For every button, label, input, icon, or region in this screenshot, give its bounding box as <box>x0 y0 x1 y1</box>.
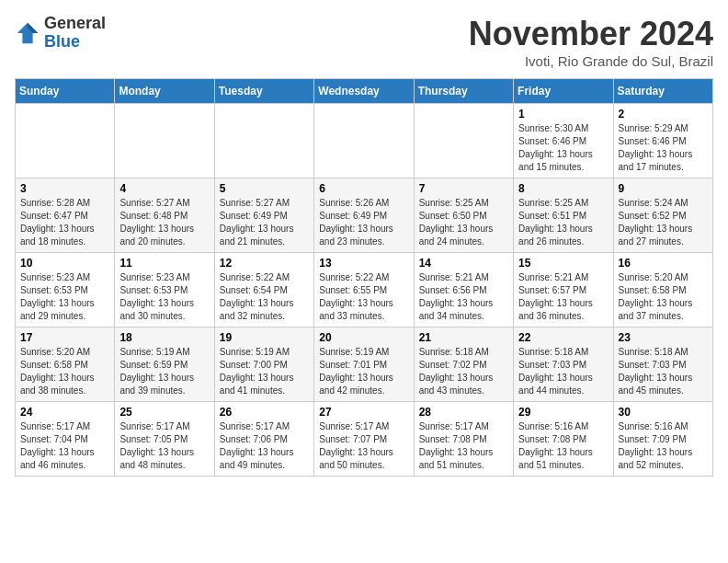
day-cell-1 <box>115 104 214 178</box>
day-cell-7: 3Sunrise: 5:28 AM Sunset: 6:47 PM Daylig… <box>16 178 115 253</box>
day-cell-27: 23Sunrise: 5:18 AM Sunset: 7:03 PM Dayli… <box>613 327 712 402</box>
day-info: Sunrise: 5:18 AM Sunset: 7:03 PM Dayligh… <box>518 346 608 397</box>
day-info: Sunrise: 5:26 AM Sunset: 6:49 PM Dayligh… <box>319 197 408 248</box>
day-number: 26 <box>220 406 309 419</box>
day-info: Sunrise: 5:21 AM Sunset: 6:57 PM Dayligh… <box>518 271 608 323</box>
day-info: Sunrise: 5:19 AM Sunset: 7:01 PM Dayligh… <box>319 346 408 397</box>
calendar-body: 1Sunrise: 5:30 AM Sunset: 6:46 PM Daylig… <box>16 104 713 477</box>
day-number: 23 <box>619 331 708 344</box>
day-info: Sunrise: 5:16 AM Sunset: 7:09 PM Dayligh… <box>619 420 708 472</box>
day-cell-32: 28Sunrise: 5:17 AM Sunset: 7:08 PM Dayli… <box>414 402 513 477</box>
day-number: 27 <box>319 406 408 419</box>
day-info: Sunrise: 5:17 AM Sunset: 7:08 PM Dayligh… <box>419 420 508 472</box>
day-info: Sunrise: 5:27 AM Sunset: 6:49 PM Dayligh… <box>220 197 309 248</box>
day-number: 22 <box>518 331 608 344</box>
day-cell-18: 14Sunrise: 5:21 AM Sunset: 6:56 PM Dayli… <box>414 253 513 327</box>
weekday-tuesday: Tuesday <box>214 79 313 104</box>
day-cell-25: 21Sunrise: 5:18 AM Sunset: 7:02 PM Dayli… <box>414 327 513 402</box>
day-info: Sunrise: 5:17 AM Sunset: 7:06 PM Dayligh… <box>220 420 309 472</box>
day-cell-33: 29Sunrise: 5:16 AM Sunset: 7:08 PM Dayli… <box>514 402 613 477</box>
day-cell-8: 4Sunrise: 5:27 AM Sunset: 6:48 PM Daylig… <box>115 178 214 253</box>
day-cell-22: 18Sunrise: 5:19 AM Sunset: 6:59 PM Dayli… <box>115 327 214 402</box>
day-info: Sunrise: 5:23 AM Sunset: 6:53 PM Dayligh… <box>20 271 109 323</box>
day-number: 10 <box>20 257 109 270</box>
day-info: Sunrise: 5:20 AM Sunset: 6:58 PM Dayligh… <box>619 271 708 323</box>
day-cell-9: 5Sunrise: 5:27 AM Sunset: 6:49 PM Daylig… <box>214 178 313 253</box>
week-row-2: 3Sunrise: 5:28 AM Sunset: 6:47 PM Daylig… <box>16 178 713 253</box>
day-number: 6 <box>319 182 408 195</box>
day-number: 7 <box>419 182 508 195</box>
day-number: 14 <box>419 257 508 270</box>
day-cell-19: 15Sunrise: 5:21 AM Sunset: 6:57 PM Dayli… <box>514 253 613 327</box>
day-number: 8 <box>518 182 608 195</box>
weekday-saturday: Saturday <box>613 79 712 104</box>
day-info: Sunrise: 5:24 AM Sunset: 6:52 PM Dayligh… <box>619 197 708 248</box>
day-cell-30: 26Sunrise: 5:17 AM Sunset: 7:06 PM Dayli… <box>214 402 313 477</box>
day-number: 18 <box>119 331 209 344</box>
day-cell-6: 2Sunrise: 5:29 AM Sunset: 6:46 PM Daylig… <box>613 104 712 178</box>
week-row-3: 10Sunrise: 5:23 AM Sunset: 6:53 PM Dayli… <box>16 253 713 327</box>
day-info: Sunrise: 5:17 AM Sunset: 7:04 PM Dayligh… <box>20 420 109 472</box>
title-section: November 2024 Ivoti, Rio Grande do Sul, … <box>469 15 713 69</box>
day-number: 25 <box>119 406 209 419</box>
day-info: Sunrise: 5:17 AM Sunset: 7:05 PM Dayligh… <box>119 420 209 472</box>
day-number: 24 <box>20 406 109 419</box>
day-cell-26: 22Sunrise: 5:18 AM Sunset: 7:03 PM Dayli… <box>514 327 613 402</box>
day-cell-28: 24Sunrise: 5:17 AM Sunset: 7:04 PM Dayli… <box>16 402 115 477</box>
day-cell-5: 1Sunrise: 5:30 AM Sunset: 6:46 PM Daylig… <box>514 104 613 178</box>
day-info: Sunrise: 5:22 AM Sunset: 6:54 PM Dayligh… <box>220 271 309 323</box>
weekday-header-row: SundayMondayTuesdayWednesdayThursdayFrid… <box>16 79 713 104</box>
day-cell-29: 25Sunrise: 5:17 AM Sunset: 7:05 PM Dayli… <box>115 402 214 477</box>
day-number: 29 <box>518 406 608 419</box>
day-number: 9 <box>619 182 708 195</box>
day-cell-21: 17Sunrise: 5:20 AM Sunset: 6:58 PM Dayli… <box>16 327 115 402</box>
month-title: November 2024 <box>469 15 713 53</box>
day-number: 5 <box>220 182 309 195</box>
weekday-sunday: Sunday <box>16 79 115 104</box>
logo-blue: Blue <box>44 32 80 51</box>
day-info: Sunrise: 5:19 AM Sunset: 7:00 PM Dayligh… <box>220 346 309 397</box>
day-cell-2 <box>214 104 313 178</box>
day-number: 19 <box>220 331 309 344</box>
calendar-table: SundayMondayTuesdayWednesdayThursdayFrid… <box>15 78 713 477</box>
day-info: Sunrise: 5:23 AM Sunset: 6:53 PM Dayligh… <box>119 271 209 323</box>
weekday-thursday: Thursday <box>414 79 513 104</box>
day-info: Sunrise: 5:29 AM Sunset: 6:46 PM Dayligh… <box>619 122 708 174</box>
day-number: 4 <box>119 182 209 195</box>
day-info: Sunrise: 5:30 AM Sunset: 6:46 PM Dayligh… <box>518 122 608 174</box>
day-info: Sunrise: 5:17 AM Sunset: 7:07 PM Dayligh… <box>319 420 408 472</box>
weekday-wednesday: Wednesday <box>314 79 414 104</box>
day-cell-24: 20Sunrise: 5:19 AM Sunset: 7:01 PM Dayli… <box>314 327 414 402</box>
day-info: Sunrise: 5:25 AM Sunset: 6:50 PM Dayligh… <box>419 197 508 248</box>
weekday-monday: Monday <box>115 79 214 104</box>
day-info: Sunrise: 5:18 AM Sunset: 7:03 PM Dayligh… <box>619 346 708 397</box>
day-info: Sunrise: 5:19 AM Sunset: 6:59 PM Dayligh… <box>119 346 209 397</box>
location: Ivoti, Rio Grande do Sul, Brazil <box>469 53 713 69</box>
day-number: 20 <box>319 331 408 344</box>
day-cell-13: 9Sunrise: 5:24 AM Sunset: 6:52 PM Daylig… <box>613 178 712 253</box>
day-info: Sunrise: 5:22 AM Sunset: 6:55 PM Dayligh… <box>319 271 408 323</box>
day-cell-14: 10Sunrise: 5:23 AM Sunset: 6:53 PM Dayli… <box>16 253 115 327</box>
day-info: Sunrise: 5:18 AM Sunset: 7:02 PM Dayligh… <box>419 346 508 397</box>
day-number: 28 <box>419 406 508 419</box>
day-cell-3 <box>314 104 414 178</box>
day-info: Sunrise: 5:20 AM Sunset: 6:58 PM Dayligh… <box>20 346 109 397</box>
day-cell-0 <box>16 104 115 178</box>
day-cell-12: 8Sunrise: 5:25 AM Sunset: 6:51 PM Daylig… <box>514 178 613 253</box>
day-cell-31: 27Sunrise: 5:17 AM Sunset: 7:07 PM Dayli… <box>314 402 414 477</box>
day-cell-16: 12Sunrise: 5:22 AM Sunset: 6:54 PM Dayli… <box>214 253 313 327</box>
day-number: 15 <box>518 257 608 270</box>
day-cell-4 <box>414 104 513 178</box>
week-row-5: 24Sunrise: 5:17 AM Sunset: 7:04 PM Dayli… <box>16 402 713 477</box>
day-number: 3 <box>20 182 109 195</box>
day-number: 2 <box>619 108 708 121</box>
day-number: 11 <box>119 257 209 270</box>
weekday-friday: Friday <box>514 79 613 104</box>
day-cell-20: 16Sunrise: 5:20 AM Sunset: 6:58 PM Dayli… <box>613 253 712 327</box>
day-info: Sunrise: 5:16 AM Sunset: 7:08 PM Dayligh… <box>518 420 608 472</box>
day-cell-17: 13Sunrise: 5:22 AM Sunset: 6:55 PM Dayli… <box>314 253 414 327</box>
day-cell-34: 30Sunrise: 5:16 AM Sunset: 7:09 PM Dayli… <box>613 402 712 477</box>
day-cell-11: 7Sunrise: 5:25 AM Sunset: 6:50 PM Daylig… <box>414 178 513 253</box>
logo: General Blue <box>15 15 106 52</box>
day-number: 17 <box>20 331 109 344</box>
